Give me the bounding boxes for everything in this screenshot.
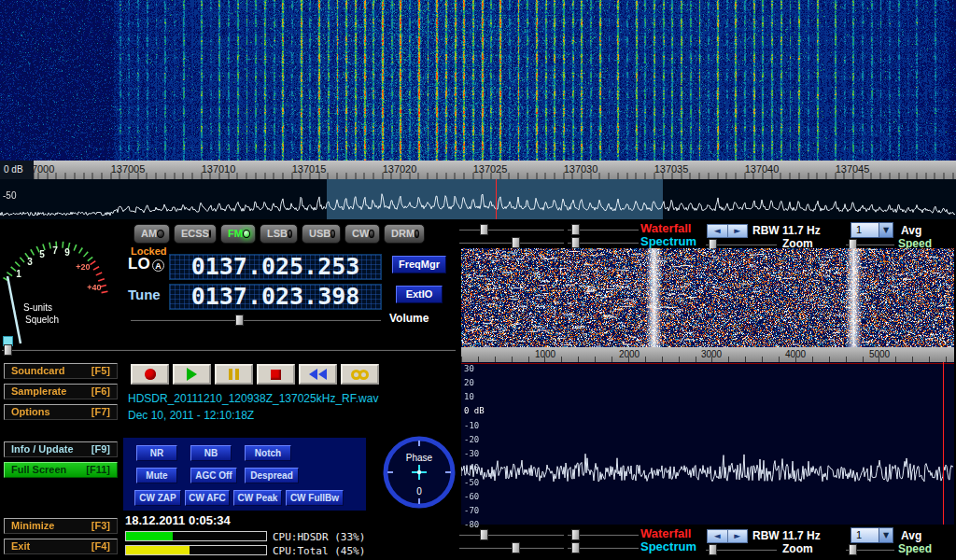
spin-left-icon[interactable]: ◄ [708,225,728,237]
freq-tick-label: 137015 [292,163,327,175]
cw-fullbw-button[interactable]: CW FullBw [286,490,344,506]
db-tick-label: -70 [464,506,479,515]
avg2-label: Avg [901,529,921,542]
mode-button-am[interactable]: AM [134,224,170,244]
chevron-down-icon[interactable]: ▼ [879,223,893,237]
play-icon [187,368,197,381]
slider-thumb[interactable] [480,529,488,540]
af-waterfall-label[interactable]: Waterfall [640,222,691,235]
af-gain-slider-thumb[interactable] [4,344,12,356]
rewind-icon [318,369,327,380]
sp2-offset-slider[interactable] [568,542,639,553]
minimize-button[interactable]: Minimize[F3] [4,518,118,534]
slider-thumb[interactable] [512,237,520,248]
avg2-dropdown[interactable]: 1▼ [851,527,893,543]
button-hotkey: [F6] [91,385,110,399]
chevron-down-icon[interactable]: ▼ [879,528,893,542]
mode-led-icon [330,230,335,238]
af-waterfall-display[interactable] [461,248,954,347]
tune-frequency-display[interactable]: 0137.023.398 [169,284,382,310]
slider-thumb[interactable] [571,237,580,248]
mode-button-fm[interactable]: FM [220,224,256,244]
sp-range-slider[interactable] [459,237,564,248]
record-button[interactable] [131,364,169,385]
slider-thumb[interactable] [571,542,580,553]
freq-tick-label: 137005 [111,163,146,175]
slider-thumb[interactable] [512,542,520,553]
smeter-tick-label: 1 [16,269,21,279]
avg-dropdown[interactable]: 1▼ [851,222,893,238]
extio-button[interactable]: ExtIO [396,286,443,303]
stop-button[interactable] [257,364,295,385]
slider-thumb[interactable] [571,529,580,540]
af-gain-slider[interactable] [2,344,456,356]
af-frequency-scale[interactable]: 1000 2000 3000 4000 5000 [461,347,954,362]
wf-brightness-slider[interactable] [459,224,564,235]
volume-slider-track[interactable] [131,319,381,321]
rf-db-zero-label-box: 0 dB [0,161,34,179]
smeter-tick-label: 3 [27,257,33,267]
mode-button-lsb[interactable]: LSB [260,224,298,244]
spin-left-icon[interactable]: ◄ [708,530,728,542]
pause-button[interactable] [215,364,253,385]
zoom2-label: Zoom [782,542,813,555]
af-spectrum-display[interactable] [461,362,954,525]
slider-thumb[interactable] [849,544,857,555]
spin-right-icon[interactable]: ► [728,225,748,237]
agc-button[interactable]: AGC Off [190,468,237,483]
loop-button[interactable] [341,364,379,385]
db-tick-label: 30 [464,364,474,373]
volume-slider[interactable] [131,315,381,326]
avg-value: 1 [851,223,879,237]
play-button[interactable] [173,364,211,385]
slider-thumb[interactable] [709,544,717,555]
freqmgr-button[interactable]: FreqMgr [392,256,446,273]
zoom2-slider[interactable] [706,544,777,555]
sp-offset-slider[interactable] [568,237,639,248]
cw-peak-button[interactable]: CW Peak [233,490,282,506]
af-db-axis: 30 20 10 0 dB -10 -20 -30 -40 -50 -60 -7… [464,364,501,525]
rf-frequency-scale[interactable]: 137000 137005 137010 137015 137020 13702… [0,161,956,179]
mode-button-drm[interactable]: DRM [384,224,425,244]
samplerate-button[interactable]: Samplerate[F6] [4,384,118,399]
lo-frequency-display[interactable]: 0137.025.253 [169,254,382,280]
despread-button[interactable]: Despread [245,468,299,483]
sp2-range-slider[interactable] [459,542,564,553]
info-update-button[interactable]: Info / Update[F9] [4,441,118,457]
fullscreen-button[interactable]: Full Screen[F11] [4,462,118,478]
af-gain-slider-track[interactable] [2,349,456,351]
mode-button-cw[interactable]: CW [344,224,380,244]
af2-spectrum-label[interactable]: Spectrum [640,540,696,553]
nb-button[interactable]: NB [190,445,232,461]
slider-thumb[interactable] [571,224,580,235]
rf-spectrum-display[interactable] [0,179,956,219]
cw-zap-button[interactable]: CW ZAP [134,490,181,506]
soundcard-button[interactable]: Soundcard[F5] [4,363,118,379]
speed2-slider[interactable] [846,544,894,555]
options-button[interactable]: Options[F7] [4,404,118,420]
wf2-brightness-slider[interactable] [459,529,564,540]
mode-button-ecss[interactable]: ECSS [174,224,217,244]
rf-db-minus50-label: -50 [3,190,16,201]
smeter-squelch-label: Squelch [25,315,59,325]
slider-thumb[interactable] [480,224,488,235]
rf-waterfall-display[interactable] [0,0,956,161]
wf-contrast-slider[interactable] [568,224,639,235]
volume-slider-thumb[interactable] [235,315,244,326]
af-spectrum-label[interactable]: Spectrum [640,235,696,248]
exit-button[interactable]: Exit[F4] [4,539,118,554]
cw-afc-button[interactable]: CW AFC [185,490,230,506]
af2-waterfall-label[interactable]: Waterfall [640,527,691,540]
rbw-spinner[interactable]: ◄► [707,224,748,238]
rewind-icon [309,369,317,380]
spin-right-icon[interactable]: ► [728,530,748,542]
lo-lock-badge[interactable]: A [152,259,164,272]
nr-button[interactable]: NR [136,445,177,461]
notch-button[interactable]: Notch [245,445,291,461]
mute-button[interactable]: Mute [136,468,177,483]
wf2-contrast-slider[interactable] [568,529,639,540]
mode-button-usb[interactable]: USB [302,224,341,244]
rbw2-spinner[interactable]: ◄► [707,529,748,543]
smeter-tick-label: +40 [87,283,101,292]
rewind-button[interactable] [299,364,337,385]
